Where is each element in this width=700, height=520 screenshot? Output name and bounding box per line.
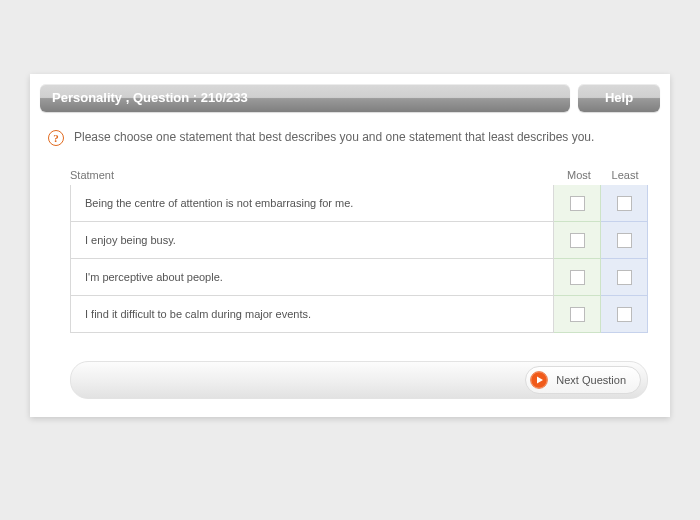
table-row: I'm perceptive about people.	[70, 259, 648, 296]
col-header-most: Most	[556, 169, 602, 181]
instruction-text: Please choose one statement that best de…	[74, 128, 594, 146]
most-cell	[554, 296, 601, 333]
svg-text:?: ?	[53, 132, 59, 144]
instruction-row: ? Please choose one statement that best …	[30, 122, 670, 157]
most-cell	[554, 259, 601, 296]
title-bar: Personality , Question : 210/233 Help	[30, 74, 670, 122]
most-checkbox[interactable]	[570, 196, 585, 211]
question-panel: Personality , Question : 210/233 Help ? …	[30, 74, 670, 417]
most-checkbox[interactable]	[570, 270, 585, 285]
table-header: Statment Most Least	[70, 169, 648, 185]
table-row: Being the centre of attention is not emb…	[70, 185, 648, 222]
page-title: Personality , Question : 210/233	[40, 84, 570, 112]
statement-text: I enjoy being busy.	[70, 222, 554, 259]
statement-text: I find it difficult to be calm during ma…	[70, 296, 554, 333]
least-cell	[601, 259, 648, 296]
most-checkbox[interactable]	[570, 307, 585, 322]
least-cell	[601, 296, 648, 333]
statement-text: Being the centre of attention is not emb…	[70, 185, 554, 222]
table-row: I enjoy being busy.	[70, 222, 648, 259]
col-header-statement: Statment	[70, 169, 556, 181]
least-cell	[601, 222, 648, 259]
table-row: I find it difficult to be calm during ma…	[70, 296, 648, 333]
most-cell	[554, 222, 601, 259]
statement-text: I'm perceptive about people.	[70, 259, 554, 296]
most-cell	[554, 185, 601, 222]
most-checkbox[interactable]	[570, 233, 585, 248]
least-checkbox[interactable]	[617, 196, 632, 211]
help-button[interactable]: Help	[578, 84, 660, 112]
least-cell	[601, 185, 648, 222]
col-header-least: Least	[602, 169, 648, 181]
bottom-bar: Next Question	[70, 361, 648, 399]
question-mark-icon: ?	[48, 130, 64, 149]
next-question-label: Next Question	[556, 374, 626, 386]
least-checkbox[interactable]	[617, 233, 632, 248]
least-checkbox[interactable]	[617, 270, 632, 285]
play-icon	[530, 371, 548, 389]
statements-table: Statment Most Least Being the centre of …	[30, 157, 670, 339]
least-checkbox[interactable]	[617, 307, 632, 322]
next-question-button[interactable]: Next Question	[525, 366, 641, 394]
